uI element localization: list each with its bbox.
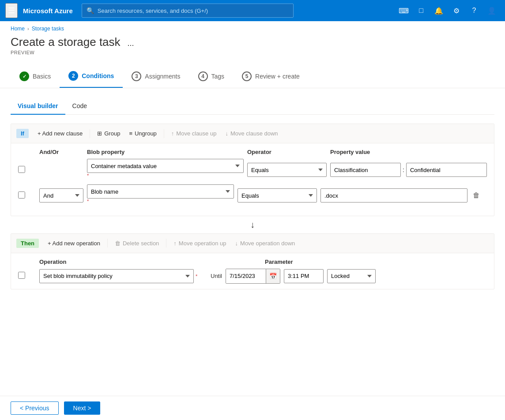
page-title: Create a storage task (11, 35, 121, 49)
user-icon[interactable]: 👤 (484, 3, 500, 19)
clause-row-2-checkbox[interactable] (18, 191, 25, 199)
op-col-operation-header: Operation (39, 259, 261, 265)
op-row-1-operation: Set blob immutability policy * (39, 269, 207, 283)
preview-label: PREVIEW (11, 50, 121, 55)
step-1-label: Basics (33, 73, 51, 80)
portal-icon[interactable]: □ (413, 3, 429, 19)
group-icon: ⊞ (97, 130, 102, 137)
prop-colon-1: : (403, 166, 404, 173)
nav-icons: ⌨ □ 🔔 ⚙ ? 👤 (396, 3, 500, 19)
blob-property-select-1[interactable]: Container metadata value (87, 159, 244, 173)
operator-select-1[interactable]: Equals (247, 163, 327, 177)
locked-select[interactable]: Locked Unlocked (327, 269, 376, 283)
move-clause-down-button[interactable]: ↓ Move clause down (222, 128, 281, 139)
calendar-icon[interactable]: 📅 (266, 269, 280, 283)
step-5-label: Review + create (255, 73, 300, 80)
operation-row-1: Set blob immutability policy * Until 📅 (18, 269, 487, 284)
search-input[interactable] (98, 8, 289, 14)
move-op-up-icon: ↑ (173, 240, 177, 247)
clause-row-1-checkbox[interactable] (18, 166, 25, 173)
page-header: Create a storage task PREVIEW ... (0, 34, 505, 62)
search-icon: 🔍 (87, 7, 94, 14)
clause-header: And/Or Blob property Operator Property v… (18, 149, 487, 159)
group-button[interactable]: ⊞ Group (94, 128, 124, 139)
breadcrumb-storage-tasks[interactable]: Storage tasks (32, 26, 64, 32)
clause-row-2: And Or Blob name * Equals (18, 184, 487, 206)
top-navigation: ☰ Microsoft Azure 🔍 ⌨ □ 🔔 ⚙ ? 👤 (0, 0, 505, 21)
operation-table: Operation Parameter Set blob immutabilit… (11, 253, 494, 289)
toolbar-separator-2 (164, 129, 164, 138)
delete-section-button[interactable]: 🗑 Delete section (111, 238, 162, 248)
and-or-select-2[interactable]: And Or (39, 188, 83, 202)
op-row-1-parameter: Until 📅 Locked Unlocked (211, 269, 487, 284)
then-section: Then + Add new operation 🗑 Delete sectio… (11, 233, 494, 289)
clause-row-1-operator: Equals (247, 163, 327, 177)
param-until-label: Until (211, 273, 222, 279)
clause-row-2-blob-prop: Blob name * (87, 184, 234, 206)
operation-row-1-checkbox[interactable] (18, 272, 25, 279)
step-tags[interactable]: 4 Tags (189, 66, 234, 87)
down-arrow-icon: ↓ (225, 130, 228, 137)
required-star-1: * (87, 173, 89, 178)
up-arrow-icon: ↑ (171, 130, 174, 137)
step-basics[interactable]: ✓ Basics (11, 66, 60, 87)
breadcrumb-home[interactable]: Home (11, 26, 25, 32)
clause-row-1-check (18, 166, 36, 174)
bell-icon[interactable]: 🔔 (431, 3, 447, 19)
date-input[interactable] (226, 269, 266, 283)
add-new-clause-button[interactable]: + Add new clause (34, 128, 86, 139)
step-conditions[interactable]: 2 Conditions (60, 66, 123, 88)
step-review[interactable]: 5 Review + create (233, 66, 309, 87)
col-checkbox-header (18, 149, 36, 155)
operator-select-2[interactable]: Equals (237, 188, 317, 202)
delete-clause-2-button[interactable]: 🗑 (471, 190, 482, 201)
move-operation-down-button[interactable]: ↓ Move operation down (232, 238, 299, 248)
prop-value-key-input-1[interactable] (330, 163, 401, 177)
clause-row-2-andor: And Or (39, 188, 83, 202)
blob-property-select-2[interactable]: Blob name (87, 184, 234, 199)
step-assignments[interactable]: 3 Assignments (123, 66, 189, 87)
op-col-checkbox-header (18, 259, 36, 265)
clause-row-1: Container metadata value * Equals : (18, 159, 487, 181)
step-4-label: Tags (211, 73, 225, 80)
prop-value-val-input-1[interactable] (406, 163, 487, 177)
tab-code[interactable]: Code (65, 99, 94, 115)
col-and-or-header: And/Or (39, 149, 83, 155)
prop-value-group-1: : (330, 163, 487, 177)
more-options-button[interactable]: ... (125, 38, 137, 49)
step-5-circle: 5 (242, 71, 252, 81)
main-content: Visual builder Code If + Add new clause … (0, 88, 505, 300)
add-new-operation-button[interactable]: + Add new operation (44, 238, 104, 248)
brand-name: Microsoft Azure (23, 7, 73, 15)
terminal-icon[interactable]: ⌨ (396, 3, 411, 19)
toolbar-separator-1 (90, 129, 90, 138)
then-toolbar: Then + Add new operation 🗑 Delete sectio… (11, 234, 494, 253)
help-icon[interactable]: ? (466, 3, 482, 19)
tab-visual-builder[interactable]: Visual builder (11, 99, 65, 115)
if-toolbar: If + Add new clause ⊞ Group ≡ Ungroup ↑ … (11, 124, 494, 143)
op-required-star-1: * (196, 274, 197, 279)
move-clause-up-button[interactable]: ↑ Move clause up (168, 128, 220, 139)
step-3-label: Assignments (145, 73, 180, 80)
move-operation-up-button[interactable]: ↑ Move operation up (170, 238, 230, 248)
time-input[interactable] (284, 269, 324, 283)
breadcrumb: Home › Storage tasks (0, 21, 505, 34)
prop-value-input-2[interactable] (320, 188, 467, 202)
param-group-1: Until 📅 Locked Unlocked (211, 269, 487, 284)
ungroup-button[interactable]: ≡ Ungroup (125, 128, 160, 139)
operation-select-1[interactable]: Set blob immutability policy (39, 269, 194, 283)
breadcrumb-sep-1: › (27, 26, 29, 31)
settings-icon[interactable]: ⚙ (448, 3, 464, 19)
hamburger-menu[interactable]: ☰ (5, 3, 18, 18)
if-section: If + Add new clause ⊞ Group ≡ Ungroup ↑ … (11, 124, 494, 216)
step-2-label: Conditions (82, 72, 114, 79)
clause-row-2-operator: Equals (237, 188, 317, 202)
wizard-steps: ✓ Basics 2 Conditions 3 Assignments 4 Ta… (0, 62, 505, 88)
step-3-circle: 3 (132, 71, 141, 81)
search-bar[interactable]: 🔍 (82, 4, 294, 18)
clause-row-1-blob-prop: Container metadata value * (87, 159, 244, 181)
clause-row-2-value (320, 188, 467, 202)
step-4-circle: 4 (198, 71, 208, 81)
op-col-parameter-header: Parameter (265, 259, 487, 265)
section-arrow: ↓ (11, 216, 494, 233)
